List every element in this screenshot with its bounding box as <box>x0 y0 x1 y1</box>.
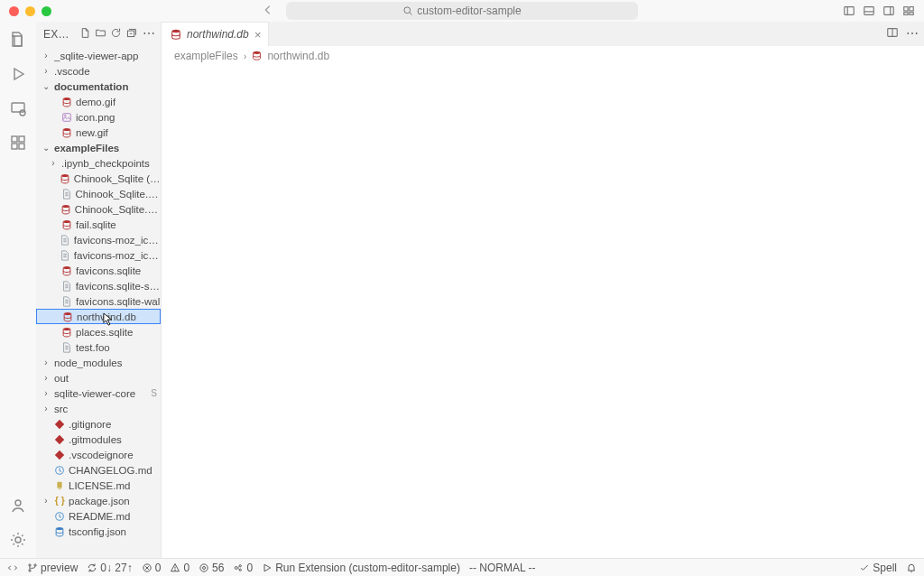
file-item[interactable]: Chinook_Sqlite.dbx <box>36 186 161 201</box>
nav-back-icon[interactable] <box>262 4 274 19</box>
file-item[interactable]: northwind.db <box>36 309 161 324</box>
item-label: out <box>54 373 69 384</box>
problems-warnings[interactable]: 0 <box>170 562 189 574</box>
chevron-icon <box>49 250 56 260</box>
git-sync[interactable]: 0↓ 27↑ <box>87 562 132 574</box>
folder-item[interactable]: ⌄documentation <box>36 79 161 94</box>
chevron-icon: › <box>42 496 51 506</box>
file-item[interactable]: Chinook_Sqlite.sqlite <box>36 201 161 217</box>
new-file-icon[interactable] <box>79 27 91 42</box>
file-item[interactable]: README.md <box>36 508 161 524</box>
accounts-icon[interactable] <box>9 497 27 515</box>
file-item[interactable]: LICENSE.md <box>36 478 161 493</box>
file-item[interactable]: test.foo <box>36 339 161 355</box>
svg-point-60 <box>29 569 31 571</box>
folder-item[interactable]: ›_sqlite-viewer-app <box>36 48 161 63</box>
file-item[interactable]: .gitignore <box>36 416 161 432</box>
chevron-icon <box>49 219 58 229</box>
titlebar-right <box>843 5 915 17</box>
layout-sidebar-right-icon[interactable] <box>882 5 895 17</box>
folder-item[interactable]: ›.ipynb_checkpoints <box>36 155 161 171</box>
gitlens-status[interactable]: 56 <box>199 562 224 574</box>
db-icon <box>60 204 71 215</box>
file-item[interactable]: ›{ }package.json <box>36 493 161 508</box>
svg-rect-51 <box>57 481 61 488</box>
file-item[interactable]: .gitmodules <box>36 432 161 447</box>
tab-northwind[interactable]: northwind.db × <box>162 22 269 46</box>
editor-more-icon[interactable]: ⋯ <box>906 26 919 42</box>
file-item[interactable]: favicons.sqlite <box>36 263 161 278</box>
vim-mode: -- NORMAL -- <box>469 562 536 574</box>
debug-launch[interactable]: Run Extension (custom-editor-sample) <box>262 562 460 574</box>
file-item[interactable]: favicons.sqlite-shm <box>36 278 161 293</box>
settings-icon[interactable] <box>9 531 27 549</box>
chevron-icon: › <box>42 358 51 367</box>
svg-rect-3 <box>864 7 874 15</box>
spell-check[interactable]: Spell <box>859 562 897 574</box>
chevron-icon: › <box>42 404 51 413</box>
layout-panel-icon[interactable] <box>863 5 875 17</box>
new-folder-icon[interactable] <box>95 27 106 42</box>
folder-item[interactable]: ›sqlite-viewer-coreS <box>36 386 161 401</box>
collapse-all-icon[interactable] <box>125 27 137 42</box>
layout-sidebar-left-icon[interactable] <box>843 5 855 17</box>
folder-item[interactable]: ›node_modules <box>36 355 161 370</box>
item-label: README.md <box>69 511 130 522</box>
database-icon <box>171 29 181 40</box>
file-item[interactable]: tsconfig.json <box>36 524 161 539</box>
ports-status[interactable]: 0 <box>233 562 253 574</box>
file-item[interactable]: demo.gif <box>36 94 161 109</box>
command-center[interactable]: custom-editor-sample <box>286 2 638 20</box>
chevron-icon <box>42 465 51 475</box>
folder-item[interactable]: ›src <box>36 401 161 416</box>
db-icon <box>61 219 72 230</box>
file-item[interactable]: favicons-moz_icons-9… <box>36 247 161 263</box>
folder-item[interactable]: ⌄exampleFiles <box>36 140 161 155</box>
svg-marker-11 <box>14 69 23 79</box>
window-close[interactable] <box>9 6 19 16</box>
svg-rect-1 <box>845 7 855 15</box>
db-icon <box>60 173 70 184</box>
svg-point-0 <box>404 7 411 14</box>
crumb-file[interactable]: northwind.db <box>267 50 329 62</box>
split-editor-icon[interactable] <box>886 26 899 42</box>
extensions-icon[interactable] <box>9 134 27 152</box>
close-icon[interactable]: × <box>254 28 262 42</box>
explorer-icon[interactable] <box>9 31 27 49</box>
run-debug-icon[interactable] <box>9 65 27 83</box>
file-item[interactable]: CHANGELOG.md <box>36 462 161 478</box>
problems-errors[interactable]: 0 <box>142 562 162 574</box>
svg-rect-14 <box>12 136 17 142</box>
window-minimize[interactable] <box>25 6 35 16</box>
folder-item[interactable]: ›.vscode <box>36 63 161 79</box>
breadcrumbs[interactable]: exampleFiles › northwind.db <box>162 46 924 65</box>
item-label: src <box>54 404 68 414</box>
svg-text:{ }: { } <box>55 496 65 506</box>
svg-point-19 <box>15 537 21 543</box>
file-item[interactable]: favicons-moz_icons-7… <box>36 232 161 247</box>
folder-item[interactable]: ›out <box>36 370 161 386</box>
file-item[interactable]: places.sqlite <box>36 324 161 339</box>
git-branch[interactable]: preview <box>27 562 78 574</box>
remote-indicator[interactable] <box>7 562 18 573</box>
item-label: .ipynb_checkpoints <box>61 158 150 169</box>
notifications-icon[interactable] <box>906 562 917 573</box>
file-item[interactable]: favicons.sqlite-wal <box>36 293 161 309</box>
git-icon <box>54 450 65 460</box>
item-label: .gitignore <box>69 419 111 430</box>
crumb-folder[interactable]: exampleFiles <box>174 50 238 62</box>
more-actions-icon[interactable]: ⋯ <box>141 27 157 42</box>
file-icon <box>61 189 72 200</box>
file-item[interactable]: fail.sqlite <box>36 217 161 232</box>
svg-point-22 <box>63 98 70 100</box>
chevron-icon <box>42 480 51 490</box>
window-maximize[interactable] <box>42 6 51 16</box>
file-item[interactable]: .vscodeignore <box>36 447 161 462</box>
file-item[interactable]: icon.png <box>36 109 161 125</box>
file-item[interactable]: Chinook_Sqlite (1).sqlite <box>36 171 161 186</box>
refresh-icon[interactable] <box>110 27 122 42</box>
file-item[interactable]: new.gif <box>36 125 161 140</box>
layout-customize-icon[interactable] <box>902 5 915 17</box>
remote-explorer-icon[interactable] <box>9 99 27 117</box>
chevron-icon: ⌄ <box>42 81 51 91</box>
